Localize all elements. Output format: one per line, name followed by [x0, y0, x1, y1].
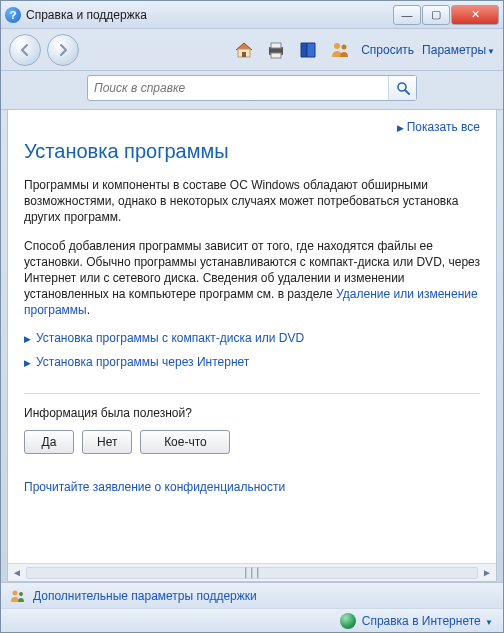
- options-label: Параметры: [422, 43, 486, 57]
- paragraph-1: Программы и компоненты в составе ОС Wind…: [24, 177, 480, 226]
- help-app-icon: ?: [5, 7, 21, 23]
- back-button[interactable]: [9, 34, 41, 66]
- paragraph-2: Способ добавления программы зависит от т…: [24, 238, 480, 319]
- page-title: Установка программы: [24, 140, 480, 163]
- search-button[interactable]: [388, 76, 416, 100]
- toolbar: Спросить Параметры▼: [1, 29, 503, 71]
- content-area: ▶Показать все Установка программы Програ…: [7, 110, 497, 582]
- arrow-left-icon: [18, 43, 32, 57]
- expander-install-from-disc[interactable]: ▶Установка программы с компакт-диска или…: [24, 331, 480, 345]
- chevron-down-icon: ▼: [487, 47, 495, 56]
- separator: [24, 393, 480, 394]
- svg-rect-3: [271, 43, 281, 48]
- triangle-right-icon: ▶: [24, 358, 31, 368]
- home-icon: [233, 39, 255, 61]
- search-icon: [396, 81, 410, 95]
- online-help-link[interactable]: Справка в Интернете ▼: [362, 614, 493, 628]
- close-button[interactable]: ✕: [451, 5, 499, 25]
- window-controls: — ▢ ✕: [392, 5, 499, 25]
- triangle-right-icon: ▶: [24, 334, 31, 344]
- feedback-buttons: Да Нет Кое-что: [24, 430, 480, 454]
- people-icon: [329, 39, 351, 61]
- ask-label: Спросить: [361, 43, 414, 57]
- expander-1-label: Установка программы с компакт-диска или …: [36, 331, 304, 345]
- options-link[interactable]: Параметры▼: [422, 43, 495, 57]
- support-icon: [9, 587, 27, 605]
- print-button[interactable]: [263, 37, 289, 63]
- window-title: Справка и поддержка: [26, 8, 392, 22]
- book-icon: [297, 39, 319, 61]
- paragraph-2-text-b: .: [87, 303, 90, 317]
- show-all-row: ▶Показать все: [24, 120, 480, 134]
- content-scroll[interactable]: ▶Показать все Установка программы Програ…: [8, 110, 496, 563]
- titlebar: ? Справка и поддержка — ▢ ✕: [1, 1, 503, 29]
- feedback-yes-button[interactable]: Да: [24, 430, 74, 454]
- feedback-somewhat-button[interactable]: Кое-что: [140, 430, 230, 454]
- status-bar-support: Дополнительные параметры поддержки: [1, 582, 503, 608]
- browse-help-button[interactable]: [295, 37, 321, 63]
- chevron-down-icon: ▼: [485, 618, 493, 627]
- scroll-track[interactable]: ┃┃┃: [26, 567, 478, 579]
- svg-rect-1: [242, 52, 246, 57]
- online-help-label: Справка в Интернете: [362, 614, 481, 628]
- help-window: ? Справка и поддержка — ▢ ✕: [0, 0, 504, 633]
- svg-point-6: [342, 44, 347, 49]
- show-all-label: Показать все: [407, 120, 480, 134]
- expander-install-from-internet[interactable]: ▶Установка программы через Интернет: [24, 355, 480, 369]
- print-icon: [265, 39, 287, 61]
- search-box: [87, 75, 417, 101]
- scroll-right-arrow[interactable]: ►: [478, 567, 496, 578]
- ask-icon-button[interactable]: [327, 37, 353, 63]
- privacy-link[interactable]: Прочитайте заявление о конфиденциальност…: [24, 480, 285, 494]
- minimize-button[interactable]: —: [393, 5, 421, 25]
- svg-point-10: [19, 592, 23, 596]
- forward-button[interactable]: [47, 34, 79, 66]
- search-input[interactable]: [88, 81, 388, 95]
- ask-link[interactable]: Спросить: [361, 43, 414, 57]
- expander-2-label: Установка программы через Интернет: [36, 355, 249, 369]
- scroll-left-arrow[interactable]: ◄: [8, 567, 26, 578]
- svg-rect-4: [271, 53, 281, 58]
- svg-point-9: [13, 590, 18, 595]
- show-all-link[interactable]: ▶Показать все: [397, 120, 480, 134]
- feedback-question: Информация была полезной?: [24, 406, 480, 420]
- triangle-right-icon: ▶: [397, 123, 404, 133]
- home-button[interactable]: [231, 37, 257, 63]
- svg-point-5: [334, 43, 340, 49]
- arrow-right-icon: [56, 43, 70, 57]
- globe-icon: [340, 613, 356, 629]
- svg-line-8: [405, 90, 409, 94]
- search-row: [1, 71, 503, 110]
- status-bar-online: Справка в Интернете ▼: [1, 608, 503, 632]
- feedback-no-button[interactable]: Нет: [82, 430, 132, 454]
- more-support-link[interactable]: Дополнительные параметры поддержки: [33, 589, 257, 603]
- horizontal-scrollbar[interactable]: ◄ ┃┃┃ ►: [8, 563, 496, 581]
- maximize-button[interactable]: ▢: [422, 5, 450, 25]
- people-help-icon: [9, 587, 27, 605]
- scroll-thumb-grip: ┃┃┃: [243, 568, 261, 578]
